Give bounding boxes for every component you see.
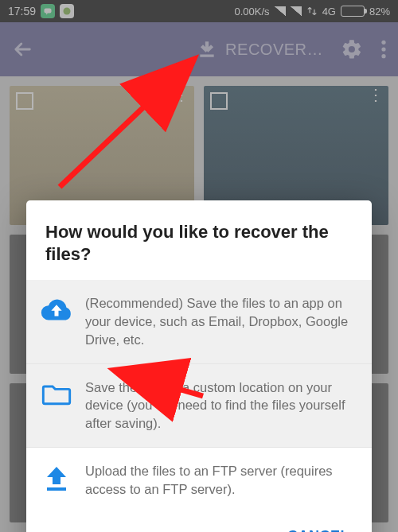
dialog-title: How would you like to recover the files? bbox=[26, 200, 372, 280]
cancel-button[interactable]: CANCEL bbox=[281, 520, 356, 532]
upload-icon bbox=[41, 462, 72, 492]
option-text: Save the files to a custom location on y… bbox=[85, 379, 356, 433]
recover-dialog: How would you like to recover the files?… bbox=[26, 200, 372, 532]
option-text: (Recommended) Save the files to an app o… bbox=[85, 294, 356, 348]
folder-icon bbox=[41, 379, 72, 407]
option-save-to-app[interactable]: (Recommended) Save the files to an app o… bbox=[26, 280, 372, 363]
option-text: Upload the files to an FTP server (requi… bbox=[85, 462, 356, 499]
svg-rect-6 bbox=[47, 487, 66, 491]
option-ftp-upload[interactable]: Upload the files to an FTP server (requi… bbox=[26, 447, 372, 513]
option-save-custom[interactable]: Save the files to a custom location on y… bbox=[26, 363, 372, 447]
dialog-actions: CANCEL bbox=[26, 512, 372, 532]
cloud-upload-icon bbox=[41, 294, 72, 323]
screen: 17:59 0.00K/s 4G 82% RECOVER… bbox=[0, 0, 398, 532]
